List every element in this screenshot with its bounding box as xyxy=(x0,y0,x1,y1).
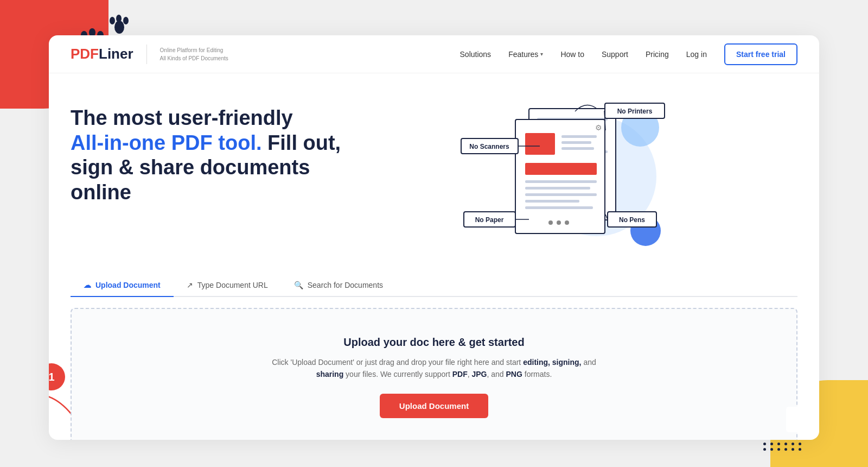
hero-section: The most user-friendly All-in-one PDF to… xyxy=(49,73,819,258)
external-link-icon: ↗ xyxy=(187,281,193,289)
start-free-trial-button[interactable]: Start free trial xyxy=(724,43,797,65)
svg-rect-21 xyxy=(525,133,555,155)
svg-rect-23 xyxy=(561,141,591,144)
logo-liner: Liner xyxy=(99,46,133,62)
tab-upload-label: Upload Document xyxy=(95,281,161,289)
svg-rect-25 xyxy=(525,163,597,175)
tabs-section: ☁ Upload Document ↗ Type Document URL 🔍 … xyxy=(49,258,819,297)
nav-links: Solutions Features ▾ How to Support Pric… xyxy=(460,43,797,65)
tab-url[interactable]: ↗ Type Document URL xyxy=(174,274,281,297)
tabs-bar: ☁ Upload Document ↗ Type Document URL 🔍 … xyxy=(71,274,797,297)
svg-point-5 xyxy=(110,17,115,24)
hero-left: The most user-friendly All-in-one PDF to… xyxy=(71,95,423,205)
upload-description: Click 'Upload Document' or just drag and… xyxy=(271,356,597,381)
upload-cloud-icon: ☁ xyxy=(84,281,91,289)
nav-support[interactable]: Support xyxy=(602,50,628,59)
svg-rect-26 xyxy=(525,180,597,183)
nav-login[interactable]: Log in xyxy=(686,50,707,59)
logo-divider xyxy=(146,45,147,64)
svg-text:No Pens: No Pens xyxy=(619,216,645,224)
tab-search-label: Search for Documents xyxy=(308,281,383,289)
svg-text:⚙: ⚙ xyxy=(595,123,602,132)
svg-rect-30 xyxy=(525,206,593,209)
upload-title: Upload your doc here & get started xyxy=(93,336,775,349)
features-chevron-icon: ▾ xyxy=(540,51,543,57)
hero-right: ⚙ xyxy=(445,95,797,258)
svg-text:No Scanners: No Scanners xyxy=(469,143,509,150)
tab-url-label: Type Document URL xyxy=(197,281,268,289)
step-indicator: 1 xyxy=(49,363,65,390)
navbar: PDF Liner Online Platform for Editing Al… xyxy=(49,35,819,73)
upload-area[interactable]: Upload your doc here & get started Click… xyxy=(71,308,797,440)
svg-point-33 xyxy=(565,220,569,225)
svg-rect-29 xyxy=(525,200,579,203)
step-number: 1 xyxy=(49,371,55,383)
svg-text:No Printers: No Printers xyxy=(617,108,653,115)
svg-rect-47 xyxy=(787,407,806,432)
svg-rect-24 xyxy=(561,147,594,150)
logo-subtitle: Online Platform for Editing All Kinds of… xyxy=(160,46,228,62)
svg-rect-27 xyxy=(525,187,590,190)
step-circle: 1 xyxy=(49,363,65,390)
svg-text:No Paper: No Paper xyxy=(475,216,504,224)
yellow-corner-icon xyxy=(784,405,816,437)
main-card: PDF Liner Online Platform for Editing Al… xyxy=(49,35,819,440)
svg-rect-28 xyxy=(525,193,597,196)
svg-point-4 xyxy=(114,21,124,34)
tab-search[interactable]: 🔍 Search for Documents xyxy=(281,274,396,297)
nav-howto[interactable]: How to xyxy=(560,50,584,59)
hero-highlight: All-in-one PDF tool. xyxy=(71,131,262,154)
logo-area[interactable]: PDF Liner Online Platform for Editing Al… xyxy=(71,45,228,64)
pdf-illustration: ⚙ xyxy=(445,95,689,258)
svg-point-32 xyxy=(557,220,561,225)
hero-line2-rest: Fill out, xyxy=(262,131,341,154)
logo: PDF Liner xyxy=(71,46,133,62)
hero-line1: The most user-friendly xyxy=(71,106,293,129)
upload-section: 1 Upload your doc here & get started Cli… xyxy=(49,297,819,440)
svg-point-6 xyxy=(116,15,122,22)
nav-features[interactable]: Features ▾ xyxy=(508,50,543,59)
svg-point-7 xyxy=(123,17,129,24)
nav-pricing[interactable]: Pricing xyxy=(646,50,669,59)
upload-document-button[interactable]: Upload Document xyxy=(380,394,488,418)
svg-rect-22 xyxy=(561,135,597,138)
nav-solutions[interactable]: Solutions xyxy=(460,50,492,59)
logo-pdf: PDF xyxy=(71,46,99,62)
hero-line3: sign & share documents online xyxy=(71,156,310,204)
svg-point-31 xyxy=(548,220,553,225)
search-icon: 🔍 xyxy=(294,281,303,289)
hero-title: The most user-friendly All-in-one PDF to… xyxy=(71,106,353,205)
tab-upload[interactable]: ☁ Upload Document xyxy=(71,274,174,297)
